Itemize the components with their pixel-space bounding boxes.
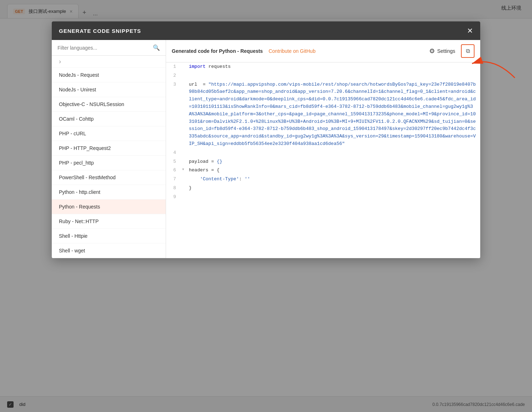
copy-icon: ⧉ [466,48,470,54]
line-number: 9 [166,193,180,202]
lang-item-collapsed[interactable]: › [52,56,166,68]
code-toolbar: Generated code for Python - Requests Con… [166,40,480,62]
lang-item-ruby-nethttp[interactable]: Ruby - Net::HTTP [52,214,166,229]
github-link[interactable]: Contribute on GitHub [268,48,316,54]
code-line-5: 5payload = {} [166,157,480,166]
code-line-4: 4 [166,149,480,157]
copy-button[interactable]: ⧉ [461,44,475,58]
fold-indicator [180,71,186,80]
lang-item-php-curl[interactable]: PHP - cURL [52,126,166,141]
code-text: import requests [186,62,480,71]
code-text: payload = {} [186,157,480,166]
gear-icon: ⚙ [429,47,435,55]
line-number: 4 [166,149,180,157]
modal-title: GENERATE CODE SNIPPETS [59,28,141,34]
lang-item-shell-httpie[interactable]: Shell - Httpie [52,229,166,243]
lang-item-php-pecl-http[interactable]: PHP - pecl_http [52,156,166,170]
code-text [186,149,480,157]
line-number: 7 [166,175,180,184]
code-line-7: 7 'Content-Type': '' [166,175,480,184]
code-line-3: 3url = "https://mapi.appvipshop.com/vips… [166,80,480,149]
code-text: url = "https://mapi.appvipshop.com/vips-… [186,80,480,149]
settings-button[interactable]: ⚙ Settings [429,47,455,55]
line-number: 5 [166,157,180,166]
line-number: 6 [166,166,180,175]
code-title: Generated code for Python - Requests [172,48,263,54]
lang-item-powershell-restmethod[interactable]: PowerShell - RestMethod [52,170,166,185]
fold-indicator [180,157,186,166]
fold-indicator [180,149,186,157]
lang-item-php-httprequest2[interactable]: PHP - HTTP_Request2 [52,141,166,156]
modal-header: GENERATE CODE SNIPPETS ✕ [52,21,480,40]
fold-indicator [180,62,186,71]
filter-input[interactable] [57,45,150,51]
settings-label: Settings [437,48,455,54]
code-text [186,193,480,202]
code-line-6: 6▾headers = { [166,166,480,175]
line-number: 1 [166,62,180,71]
fold-indicator [180,184,186,193]
search-icon: 🔍 [153,44,160,51]
lang-item-shell-wget[interactable]: Shell - wget [52,243,166,258]
line-number: 8 [166,184,180,193]
code-line-2: 2 [166,71,480,80]
language-sidebar: 🔍 ›NodeJs - RequestNodeJs - UnirestObjec… [52,40,166,258]
code-text: 'Content-Type': '' [186,175,480,184]
fold-indicator [180,175,186,184]
code-line-9: 9 [166,193,480,202]
fold-indicator: ▾ [180,166,186,175]
lang-item-objective-c-nsurlsession[interactable]: Objective-C - NSURLSession [52,97,166,112]
lang-item-ocaml-cohttp[interactable]: OCaml - Cohttp [52,112,166,126]
language-filter: 🔍 [52,40,166,56]
fold-indicator [180,80,186,149]
language-list: ›NodeJs - RequestNodeJs - UnirestObjecti… [52,56,166,258]
code-text: } [186,184,480,193]
line-number: 2 [166,71,180,80]
modal-close-button[interactable]: ✕ [467,27,473,34]
code-content: 1import requests23url = "https://mapi.ap… [166,62,480,258]
code-text: headers = { [186,166,480,175]
lang-item-python-requests[interactable]: Python - Requests [52,200,166,214]
code-line-1: 1import requests [166,62,480,71]
modal-overlay: GENERATE CODE SNIPPETS ✕ 🔍 ›NodeJs - Req… [0,0,532,412]
lang-item-nodejs-unirest[interactable]: NodeJs - Unirest [52,82,166,97]
lang-item-nodejs-request[interactable]: NodeJs - Request [52,68,166,82]
generate-code-modal: GENERATE CODE SNIPPETS ✕ 🔍 ›NodeJs - Req… [52,21,480,258]
code-text [186,71,480,80]
line-number: 3 [166,80,180,149]
code-line-8: 8} [166,184,480,193]
lang-item-python-httpclient[interactable]: Python - http.client [52,185,166,200]
modal-body: 🔍 ›NodeJs - RequestNodeJs - UnirestObjec… [52,40,480,258]
fold-indicator [180,193,186,202]
code-table: 1import requests23url = "https://mapi.ap… [166,62,480,202]
code-area: Generated code for Python - Requests Con… [166,40,480,258]
